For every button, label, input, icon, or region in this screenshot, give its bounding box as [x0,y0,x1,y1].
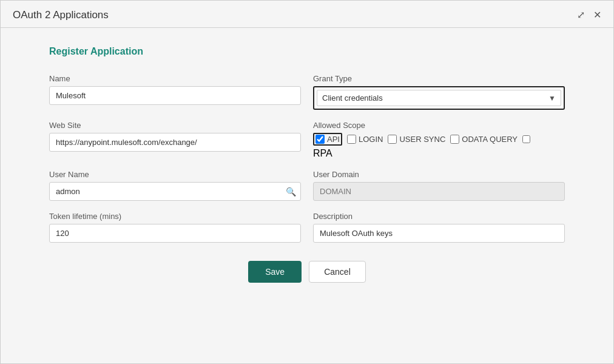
row-token-description: Token lifetime (mins) Description [49,212,565,243]
oauth-modal: OAuth 2 Applications ⤢ ✕ Register Applic… [0,0,614,364]
allowed-scope-group: Allowed Scope API LOGIN USER SY [313,121,565,159]
scope-api-item: API [315,135,340,144]
description-label: Description [313,212,565,221]
website-label: Web Site [49,121,301,130]
grant-type-value: Client credentials [322,93,383,103]
scope-odataquery-label: ODATA QUERY [462,135,518,144]
username-group: User Name 🔍 [49,170,301,201]
scope-api-label: API [327,135,340,144]
scope-api-checkbox[interactable] [315,135,325,144]
scope-login-item: LOGIN [347,135,383,144]
scope-odataquery-checkbox[interactable] [450,135,459,144]
scope-odataquery-item: ODATA QUERY [450,135,518,144]
token-lifetime-label: Token lifetime (mins) [49,212,301,221]
name-group: Name [49,74,301,105]
row-username-domain: User Name 🔍 User Domain [49,170,565,201]
scope-usersync-checkbox[interactable] [388,135,397,144]
modal-body: Register Application Name Grant Type Cli… [1,28,613,363]
search-icon: 🔍 [286,187,296,197]
user-domain-label: User Domain [313,170,565,179]
expand-icon[interactable]: ⤢ [577,10,585,20]
save-button[interactable]: Save [248,261,302,283]
token-lifetime-group: Token lifetime (mins) [49,212,301,243]
api-checkbox-wrapper: API [313,133,342,146]
close-icon[interactable]: ✕ [593,10,601,20]
scope-extra-checkbox[interactable] [522,135,530,143]
description-group: Description [313,212,565,243]
username-label: User Name [49,170,301,179]
username-input[interactable] [49,182,301,201]
cancel-button[interactable]: Cancel [309,261,366,283]
scope-usersync-label: USER SYNC [399,135,445,144]
header-icons: ⤢ ✕ [577,10,601,20]
modal-title: OAuth 2 Applications [13,9,109,21]
user-domain-group: User Domain [313,170,565,201]
token-lifetime-input[interactable] [49,224,301,243]
scope-login-label: LOGIN [359,135,383,144]
name-input[interactable] [49,86,301,105]
grant-type-group: Grant Type Client credentials ▼ [313,74,565,110]
allowed-scope-label: Allowed Scope [313,121,565,130]
section-title: Register Application [49,46,565,57]
grant-type-select[interactable]: Client credentials ▼ [317,90,561,106]
modal-header: OAuth 2 Applications ⤢ ✕ [1,1,613,28]
scope-usersync-item: USER SYNC [388,135,445,144]
website-input[interactable] [49,133,301,152]
description-input[interactable] [313,224,565,243]
scope-login-checkbox[interactable] [347,135,356,144]
form-actions: Save Cancel [49,261,565,283]
row-name-granttype: Name Grant Type Client credentials ▼ [49,74,565,110]
website-group: Web Site [49,121,301,152]
scope-rpa-label: RPA [313,148,332,159]
user-domain-input[interactable] [313,182,565,201]
scope-checkboxes-row1: API LOGIN USER SYNC ODATA QUERY [313,133,565,146]
username-input-wrapper: 🔍 [49,182,301,201]
name-label: Name [49,74,301,83]
row-website-scope: Web Site Allowed Scope API LOGIN [49,121,565,159]
scope-checkboxes-row2: RPA [313,148,565,159]
dropdown-arrow-icon: ▼ [548,94,556,103]
grant-type-select-wrapper: Client credentials ▼ [313,86,565,110]
grant-type-label: Grant Type [313,74,565,83]
